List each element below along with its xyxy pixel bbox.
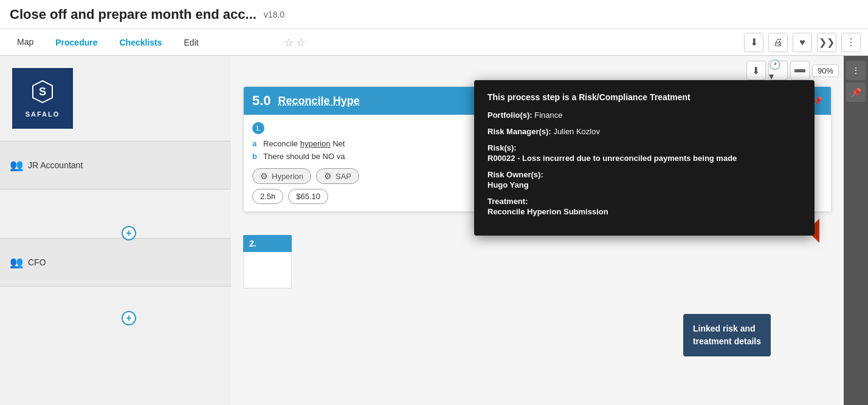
tooltip-row-risk-manager: Risk Manager(s): Julien Kozlov (487, 127, 801, 136)
app-badge-hyperion[interactable]: ⚙ Hyperion (252, 168, 311, 184)
tabs-bar: Map Procedure Checklists Edit ☆ ☆ ⬇ 🖨 ♥ … (0, 29, 868, 56)
step-sub-b-letter: b (252, 152, 260, 161)
linked-risk-tooltip: Linked risk and treatment details (683, 314, 771, 356)
step-num-badge-1: 1. (252, 122, 264, 134)
hyperion-icon: ⚙ (260, 171, 268, 181)
step-sub-b-text: There should be NO va (263, 152, 345, 161)
connector-circle-1[interactable]: + (122, 226, 136, 240)
linked-tooltip-line2: treatment details (693, 335, 761, 348)
share-icon-btn[interactable]: ❯❯ (817, 33, 836, 52)
step-number: 5.0 (252, 93, 271, 109)
tab-map[interactable]: Map (7, 32, 43, 53)
tooltip-row-treatment: Treatment: Reconcile Hyperion Submission (487, 197, 801, 216)
zoom-out-tool-btn[interactable]: ➖ (790, 61, 810, 80)
tooltip-risk-owner-label: Risk Owner(s): (487, 170, 801, 179)
jr-accountant-name: JR Accountant (28, 160, 83, 170)
main-content: S SAFALO 👥 JR Accountant 👥 CFO + + ⬇ 🕐 ▾ (0, 56, 868, 405)
jr-accountant-icon: 👥 (10, 158, 23, 172)
step-2-number: 2. (249, 239, 257, 248)
time-badge: 2.5h (252, 189, 283, 204)
clock-tool-btn[interactable]: 🕐 ▾ (768, 61, 788, 80)
tab-edit[interactable]: Edit (174, 33, 208, 52)
tooltip-risks-label: Risk(s): (487, 143, 801, 152)
safalo-logo-text: SAFALO (26, 111, 60, 118)
tab-procedure[interactable]: Procedure (46, 33, 107, 52)
step-2-header: 2. (243, 235, 292, 252)
favorite-icon-btn[interactable]: ♥ (793, 33, 812, 52)
tooltip-treatment-label: Treatment: (487, 197, 801, 206)
risk-tooltip-popup: This process step is a Risk/Compliance T… (474, 80, 815, 236)
tooltip-risks-value: R00022 - Loss incurred due to unreconcil… (487, 154, 801, 163)
cost-badge: $65.10 (288, 189, 328, 204)
step-2-body (243, 252, 292, 288)
tooltip-treatment-value: Reconcile Hyperion Submission (487, 207, 801, 216)
tooltip-row-risks: Risk(s): R00022 - Loss incurred due to u… (487, 143, 801, 163)
step-row-2: 2. (243, 235, 292, 288)
linked-tooltip-line1: Linked risk and (693, 322, 761, 335)
role-row-cfo: 👥 CFO (0, 238, 231, 287)
app-header: Close off and prepare month end acc... v… (0, 0, 868, 29)
tooltip-row-portfolio: Portfolio(s): Finance (487, 111, 801, 120)
app-badge-sap[interactable]: ⚙ SAP (316, 168, 359, 184)
tab-checklists[interactable]: Checklists (109, 33, 171, 52)
left-panel: S SAFALO 👥 JR Accountant 👥 CFO + + (0, 56, 231, 405)
tooltip-risk-manager-value: Julien Kozlov (553, 127, 600, 136)
tabs-right: ⬇ 🖨 ♥ ❯❯ ⋮ (744, 33, 861, 52)
sidebar-btn-1[interactable]: ⋮ (846, 61, 866, 80)
app-title: Close off and prepare month end acc... (10, 7, 257, 22)
tooltip-row-risk-owner: Risk Owner(s): Hugo Yang (487, 170, 801, 189)
hyperion-label: Hyperion (272, 172, 303, 181)
sidebar-btn-2[interactable]: 📌 (846, 83, 866, 102)
safalo-logo-symbol: S (30, 80, 55, 108)
star-icon-1[interactable]: ☆ (284, 36, 294, 49)
tooltip-risk-owner-value: Hugo Yang (487, 180, 801, 189)
cfo-icon: 👥 (10, 256, 23, 269)
tooltip-portfolio-label: Portfolio(s): Finance (487, 111, 801, 120)
connector-circle-2[interactable]: + (122, 311, 136, 325)
process-toolbar: ⬇ 🕐 ▾ ➖ 90% (746, 61, 839, 80)
step-sub-a-letter: a (252, 139, 260, 148)
roles-container: 👥 JR Accountant 👥 CFO (0, 141, 231, 405)
app-version: v18.0 (264, 10, 284, 19)
role-row-jr-accountant: 👥 JR Accountant (0, 141, 231, 189)
sap-label: SAP (336, 172, 351, 181)
print-icon-btn[interactable]: 🖨 (768, 33, 788, 52)
logo-area: S SAFALO (12, 68, 73, 129)
svg-text:S: S (39, 86, 46, 98)
sap-icon: ⚙ (324, 171, 332, 181)
cfo-name: CFO (28, 257, 46, 267)
zoom-level-display: 90% (812, 64, 839, 77)
right-sidebar: ⋮ 📌 (844, 56, 868, 405)
star-icon-2[interactable]: ☆ (296, 36, 306, 49)
more-icon-btn[interactable]: ⋮ (841, 33, 861, 52)
tooltip-portfolio-value: Finance (534, 111, 562, 120)
export-icon-btn[interactable]: ⬇ (744, 33, 763, 52)
step-sub-a-text: Reconcile hyperion Net (263, 139, 345, 148)
tooltip-title: This process step is a Risk/Compliance T… (487, 92, 801, 102)
tooltip-risk-manager-label: Risk Manager(s): Julien Kozlov (487, 127, 801, 136)
download-tool-btn[interactable]: ⬇ (746, 61, 766, 80)
tabs-left: Map Procedure Checklists Edit ☆ ☆ (7, 32, 306, 53)
process-panel: ⬇ 🕐 ▾ ➖ 90% 5.0 Reconcile Hype ⚠ MC00034… (231, 56, 844, 405)
